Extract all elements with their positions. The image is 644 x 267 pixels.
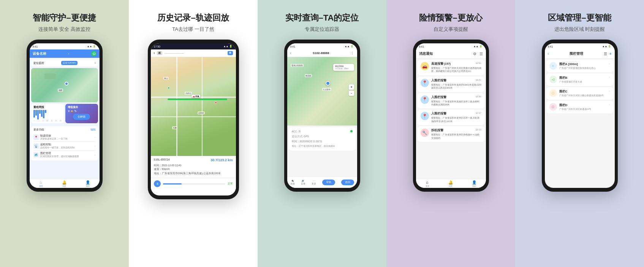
fence2-desc: 报警地址：广东省深圳市龙岗区东环二路,全棉时代楼栋点测距35米: [431, 100, 481, 106]
nav-volume[interactable]: 🔊 音量: [301, 179, 305, 186]
alert-item-fence3[interactable]: 📍 入围栏报警 12:17 报警地址：广东省深圳市龙华区石环一路,天虹商场(东环…: [418, 110, 484, 125]
feature-fence-item[interactable]: 🗺️ 围栏管理 区域范围安全管理，进出区域触发报警 ›: [33, 151, 96, 159]
report-card[interactable]: 重程周报 一二三四五六日: [31, 104, 64, 123]
back-btn-3[interactable]: ‹: [290, 51, 291, 55]
nav-connect[interactable]: 🔌 连接: [290, 179, 295, 186]
locate-label: 定位方式: GPS: [292, 135, 309, 138]
alert-item-dismantle[interactable]: 🔧 拆机报警 12:13 报警地址：广东省深圳市龙华区恭枪路97-4,油枋文创园…: [418, 126, 484, 142]
map-label-center: 仁山智水: [322, 88, 331, 91]
dismantle-alert-icon: 🔧: [421, 129, 429, 137]
nav-profile[interactable]: 👤 我的: [85, 180, 90, 187]
time-4: 9:41: [419, 45, 424, 48]
fence-item-a[interactable]: ○ 围栏A [300m] 广东省广州市黄埔区陈东路靠近香山 ›: [546, 60, 613, 72]
alert-item-fence1[interactable]: 📍 入围栏报警 12:21 报警地址：广东省深圳市龙岗区S360(布龙路)深圳坂…: [418, 76, 484, 92]
power-icon[interactable]: ⏻: [91, 51, 97, 56]
back-btn-2[interactable]: ‹: [154, 51, 155, 55]
panel-smart-guard: 智能守护–更便捷 连接简单 安全 高效监控 9:41 ▲▲ 🔋 设备名称 › ⏻…: [0, 0, 129, 267]
fence2-alert-icon: 📍: [421, 95, 429, 104]
zoom-in-btn[interactable]: +: [349, 84, 354, 90]
alert-header-title: 消息通知: [419, 51, 433, 56]
list-icon[interactable]: ☰: [604, 52, 607, 56]
city-label-2: 大岭山: [185, 92, 192, 95]
add-fence-btn[interactable]: +: [609, 52, 612, 56]
alert-item-highway[interactable]: 🚗 高速报警 (157) 12:51 报警地址：广东省广州市天河区黑塘大道西朝向…: [418, 60, 484, 75]
time-1: 9:41: [33, 45, 38, 48]
nav-home[interactable]: ⌂ 首页: [39, 180, 43, 187]
panel-alerts: 险情预警–更放心 自定义事项提醒 9:41 ▲▲ 🔋 消息通知 ⚙ ☰: [386, 0, 515, 267]
nav4-home[interactable]: ⌂ 首页: [426, 180, 429, 187]
fence-item-b[interactable]: ◁ 围栏B 广东省黄埔区开发大道 ›: [546, 73, 613, 86]
bottom-nav-4: ⌂ 首页 🔔 消息 👤 我的: [416, 179, 486, 188]
more-label: 更多功能: [33, 128, 44, 132]
edit-label[interactable]: 编辑: [90, 128, 96, 132]
realtime-map[interactable]: 莲湖人民医院 桃花园 仁山智水 离您300米 今日里程: 20km + -: [287, 57, 357, 126]
car-label: 🚗 长途: [191, 95, 200, 98]
service-icon-area: 🛡️ 🔔 📡: [68, 110, 96, 112]
progress-track[interactable]: [163, 183, 225, 184]
nav-more[interactable]: ⋯ 更多: [312, 179, 316, 186]
tracking-label: 定位监控: [33, 61, 44, 65]
user-icon: 👤: [85, 180, 90, 184]
dots-icon: ⋯: [313, 179, 315, 182]
detail-addr: 地址：广东省东莞市G94(珠三角环线高速),公远东南166米: [154, 172, 233, 175]
signal-2: ▲▲ 🔋: [223, 45, 233, 48]
history-map[interactable]: 黄山 大岭山 光明区 大鹏 🚗 长途: [151, 57, 236, 156]
fence-a-icon: ○: [549, 62, 557, 70]
fence3-desc: 报警地址：广东省深圳市龙华区石环一路,天虹商场(东环店)东北100米: [431, 116, 481, 123]
feature-track-item[interactable]: 📍 轨迹回放 历史轨迹有记录，一目了然 ›: [33, 133, 96, 142]
fence-item-d[interactable]: □ 围栏D 广东省广州市天河区林通道64号 ›: [546, 101, 613, 113]
pause-button[interactable]: ⏸: [154, 180, 161, 187]
fence1-desc: 报警地址：广东省深圳市龙岗区S360(布龙路)深圳坂田至口西北S369米: [431, 83, 481, 90]
nav4-home-icon: ⌂: [426, 180, 428, 184]
panel-history: 历史记录–轨迹回放 TA去过哪 一目了然 17:50 ▲▲ 🔋 ‹ 起 ────…: [129, 0, 258, 267]
arrow-c: ›: [609, 89, 610, 93]
report-title: 重程周报: [33, 105, 62, 109]
value-service-card[interactable]: 增值服务 🛡️ 🔔 📡 去解锁: [65, 104, 98, 123]
nav-profile-label: 我的: [86, 185, 90, 187]
fence-d-name: 围栏D: [559, 103, 607, 107]
track-button[interactable]: 导轨: [322, 180, 335, 185]
route-end: 终: [228, 51, 233, 55]
nav4-profile[interactable]: 👤 我的: [472, 180, 476, 187]
arrow-icon: ›: [68, 52, 69, 55]
geofence-header: ‹ 围栏管理 ☰ +: [545, 49, 615, 59]
remote-icon: 📡: [33, 143, 39, 149]
fence-b-icon: ◁: [549, 76, 557, 83]
dismantle-title-row: 拆机报警 12:13: [431, 129, 481, 132]
mini-map-1[interactable]: 地图: [31, 68, 98, 102]
fence-c-addr: 广东省广州市天河区小鹏小新建自然道路9号: [559, 94, 607, 97]
phone-screen-3: 9:41 ▲▲ 🔋 ‹ S102-88888 ⋮ 莲湖人民医院 桃花园 仁山智水: [287, 43, 357, 188]
geofence-title: 围栏管理: [570, 51, 583, 56]
fence-b-name: 围栏B: [559, 76, 607, 80]
nav-message-label: 消息: [62, 185, 66, 187]
city-label-1: 黄山: [163, 77, 169, 80]
follow-button[interactable]: 追踪: [341, 180, 354, 185]
panel-realtime: 实时查询–TA的定位 专属定位追踪器 9:41 ▲▲ 🔋 ‹ S102-8888…: [258, 0, 386, 267]
phone-mockup-5: 9:41 ▲▲ 🔋 ‹ 围栏管理 ☰ + ○ 围栏A [300m]: [542, 40, 618, 192]
road-h2: [151, 116, 236, 117]
alert-item-fence2[interactable]: 📍 入围栏报警 12:20 报警地址：广东省深圳市龙岗区东环二路,全棉时代楼栋点…: [418, 93, 484, 109]
unlock-button[interactable]: 去解锁: [73, 114, 90, 120]
nav-message[interactable]: 🔔 消息: [62, 180, 66, 187]
route-info: ────────────: [165, 52, 225, 54]
route-line: [168, 99, 227, 100]
back-btn-5[interactable]: ‹: [548, 52, 549, 56]
feature3-desc: 区域范围安全管理，进出区域触发报警: [40, 155, 79, 158]
zoom-out-btn[interactable]: -: [349, 91, 354, 96]
fence2-title-row: 入围栏报警 12:20: [431, 95, 481, 99]
signal-4: ▲▲ 🔋: [473, 45, 483, 48]
phone-mockup-2: 17:50 ▲▲ 🔋 ‹ 起 ──────────── 终: [148, 40, 239, 199]
fence3-title-row: 入围栏报警 12:17: [431, 112, 481, 116]
settings-icon[interactable]: ⚙: [473, 52, 476, 56]
volume-icon: 🔊: [302, 179, 304, 182]
nav4-message[interactable]: 🔔 消息: [448, 180, 453, 187]
feature-remote-item[interactable]: 📡 远程控制 远程指令一键下发，支持远程控制 ›: [33, 142, 96, 151]
more-options-icon[interactable]: ⋮: [351, 51, 354, 55]
screen-history: 17:50 ▲▲ 🔋 ‹ 起 ──────────── 终: [151, 43, 236, 195]
fence-item-c[interactable]: □ 围栏C 广东省广州市天河区小鹏小新建自然道路9号 ›: [546, 87, 613, 100]
filter-icon[interactable]: ☰: [479, 52, 483, 56]
screen-device-monitor: 9:41 ▲▲ 🔋 设备名称 › ⏻ 定位监控 运动 52KM/H ›: [30, 43, 100, 188]
arrow-a: ›: [609, 62, 610, 65]
arrow-b: ›: [609, 76, 610, 79]
panel2-title: 历史记录–轨迹回放: [157, 12, 229, 24]
